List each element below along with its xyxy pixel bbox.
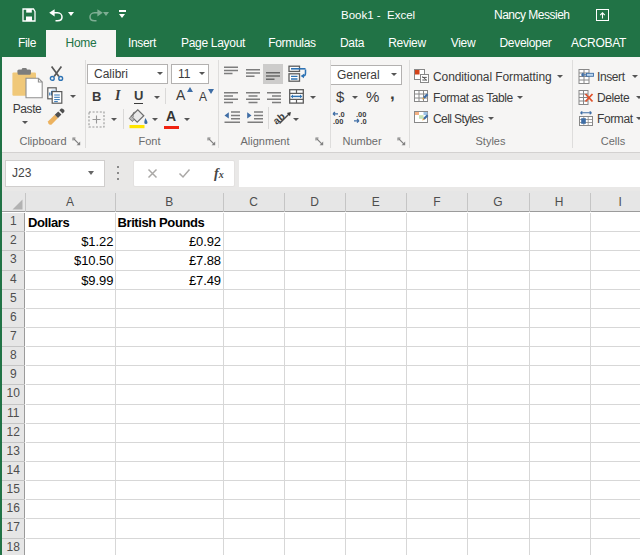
svg-text:.0: .0 — [361, 117, 367, 124]
svg-text:.00: .00 — [333, 117, 343, 124]
